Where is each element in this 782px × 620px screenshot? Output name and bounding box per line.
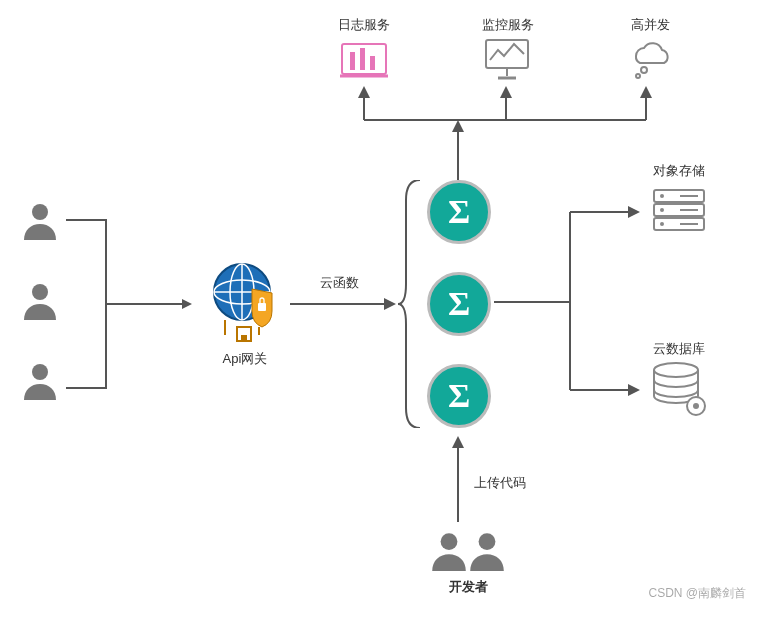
svg-marker-18	[452, 120, 464, 132]
svg-point-51	[654, 363, 698, 377]
sigma-function-icon: Σ	[427, 364, 491, 428]
cloud-function-label: 云函数	[320, 274, 359, 292]
svg-point-1	[32, 284, 48, 300]
svg-point-56	[441, 533, 458, 550]
developer-label: 开发者	[440, 578, 496, 596]
svg-rect-30	[370, 56, 375, 70]
svg-rect-28	[350, 52, 355, 70]
svg-marker-41	[628, 384, 640, 396]
object-storage-label: 对象存储	[650, 162, 708, 180]
svg-point-2	[32, 364, 48, 380]
cloud-database-icon	[650, 362, 708, 418]
svg-marker-3	[182, 299, 192, 309]
svg-rect-31	[486, 40, 528, 68]
svg-point-34	[641, 67, 647, 73]
log-service-label: 日志服务	[336, 16, 392, 34]
svg-marker-25	[640, 86, 652, 98]
svg-point-46	[660, 208, 664, 212]
user-icon	[466, 528, 508, 572]
concurrency-label: 高并发	[626, 16, 674, 34]
object-storage-icon	[650, 186, 708, 236]
monitoring-label: 监控服务	[480, 16, 536, 34]
svg-rect-14	[241, 335, 247, 341]
sigma-function-icon: Σ	[427, 272, 491, 336]
api-gateway-label: Api网关	[200, 350, 290, 368]
svg-rect-10	[258, 303, 266, 311]
connector-users-to-gateway	[66, 214, 196, 394]
svg-point-35	[636, 74, 640, 78]
svg-point-45	[660, 194, 664, 198]
user-icon	[20, 360, 60, 400]
sigma-function-icon: Σ	[427, 180, 491, 244]
log-service-icon	[340, 38, 388, 82]
svg-point-0	[32, 204, 48, 220]
user-icon	[428, 528, 470, 572]
svg-marker-55	[452, 436, 464, 448]
svg-point-57	[479, 533, 496, 550]
svg-marker-39	[628, 206, 640, 218]
connector-functions-to-top	[354, 84, 658, 180]
connector-gateway-to-functions	[290, 294, 398, 314]
upload-code-label: 上传代码	[474, 474, 526, 492]
svg-marker-21	[358, 86, 370, 98]
cloud-thought-icon	[626, 36, 674, 80]
connector-developer-to-functions	[448, 432, 468, 522]
svg-marker-23	[500, 86, 512, 98]
user-icon	[20, 200, 60, 240]
diagram-canvas: Api网关 云函数 Σ Σ Σ 日志服务 监控服务 高并发 对象存储 云数据库 …	[0, 0, 782, 620]
user-icon	[20, 280, 60, 320]
svg-point-47	[660, 222, 664, 226]
cloud-database-label: 云数据库	[648, 340, 710, 358]
svg-marker-16	[384, 298, 396, 310]
globe-shield-icon	[207, 257, 287, 347]
watermark-text: CSDN @南麟剑首	[648, 585, 746, 602]
svg-point-53	[693, 403, 699, 409]
monitoring-icon	[484, 36, 530, 82]
svg-rect-29	[360, 48, 365, 70]
brace-left-icon	[398, 180, 420, 428]
connector-functions-to-right	[494, 190, 644, 410]
